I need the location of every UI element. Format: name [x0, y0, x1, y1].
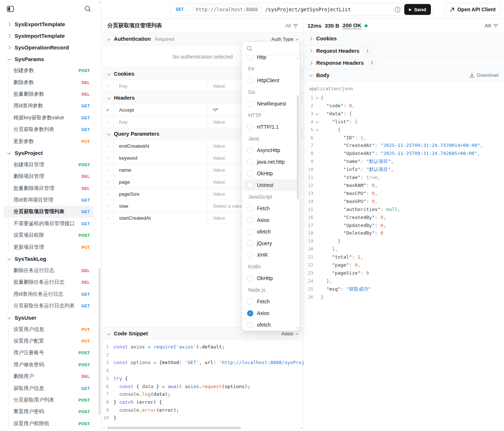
auth-type-select[interactable]: Auth Type [271, 36, 298, 42]
language-option-HTTP/1.1[interactable]: HTTP/1.1 [242, 121, 299, 133]
sidebar-item-根据key获取参数value[interactable]: 根据key获取参数valueGET [0, 112, 101, 124]
sidebar-scrollbar[interactable] [99, 268, 100, 415]
language-option-Fetch[interactable]: Fetch [242, 296, 299, 307]
dropdown-scroll-up-arrow[interactable]: ▴ [297, 56, 298, 60]
language-option-OkHttp[interactable]: OkHttp [242, 168, 299, 179]
sidebar-group-SysTaskLog[interactable]: SysTaskLog [0, 253, 101, 265]
sidebar-item-用户修改密码[interactable]: 用户修改密码POST [0, 359, 101, 371]
row-checkbox[interactable]: ✓ [102, 116, 114, 128]
row-checkbox[interactable]: ✓ [102, 104, 114, 116]
dropdown-scroll-down-arrow[interactable]: ▾ [297, 326, 298, 330]
response-body-json[interactable]: 1{2 "code": 0,3 "data": {4 "list": [5 {6… [304, 94, 504, 301]
key-cell[interactable]: startCreatedAt [114, 212, 208, 224]
code-language-select[interactable]: Axios [281, 331, 298, 336]
language-option-AsyncHttp[interactable]: AsyncHttp [242, 144, 299, 156]
sidebar-item-更新参数[interactable]: 更新参数PUT [0, 135, 101, 147]
key-cell[interactable]: pageSize [114, 188, 208, 200]
sidebar-group-SysImportTemplate[interactable]: SysImportTemplate [0, 30, 101, 41]
fold-toggle[interactable] [313, 94, 321, 102]
sidebar-item-更新项目管理[interactable]: 更新项目管理PUT [0, 241, 101, 253]
language-option-NewRequest[interactable]: NewRequest [242, 98, 299, 109]
dropdown-scrollbar[interactable] [297, 95, 299, 199]
language-option-java.net.http[interactable]: java.net.http [242, 156, 299, 168]
scroll-right-arrow[interactable]: ▸ [299, 426, 302, 430]
sidebar-group-SysExportTemplate[interactable]: SysExportTemplate [0, 18, 101, 30]
sidebar-scroll-up-arrow[interactable]: ▴ [99, 0, 100, 4]
row-checkbox[interactable]: ✓ [102, 176, 114, 188]
language-option-ofetch[interactable]: ofetch [242, 319, 299, 331]
sidebar-item-设置用户权限组[interactable]: 设置用户权限组POST [0, 418, 101, 430]
sidebar-item-分页获取项目管理列表[interactable]: 分页获取项目管理列表GET [4, 206, 94, 218]
language-option-Unirest[interactable]: Unirest [244, 179, 298, 191]
fold-toggle[interactable] [313, 118, 321, 126]
key-cell[interactable]: Key [114, 80, 208, 92]
key-cell[interactable]: stae [114, 200, 208, 212]
sidebar-item-设置用户配置[interactable]: 设置用户配置PUT [0, 335, 101, 347]
scroll-left-arrow[interactable]: ◂ [103, 426, 106, 430]
download-button[interactable]: Download [469, 72, 499, 78]
language-option-Axios[interactable]: ✓Axios [242, 307, 299, 319]
sidebar-item-分页获取任务运行日志列表[interactable]: 分页获取任务运行日志列表GET [0, 300, 101, 312]
row-checkbox[interactable]: ✓ [102, 164, 114, 176]
key-cell[interactable]: name [114, 164, 208, 176]
sidebar-item-分页获取参数列表[interactable]: 分页获取参数列表GET [0, 124, 101, 135]
sidebar-item-删除项目管理[interactable]: 删除项目管理DEL [0, 171, 101, 182]
sidebar-item-分页获取用户列表[interactable]: 分页获取用户列表POST [0, 394, 101, 406]
language-option-XHR[interactable]: XHR [242, 249, 299, 261]
key-cell[interactable]: Key [114, 116, 208, 128]
language-option-Http[interactable]: Http [242, 55, 299, 63]
sidebar-group-SysProject[interactable]: SysProject [0, 147, 101, 159]
key-cell[interactable]: keyword [114, 152, 208, 164]
sidebar-item-用id查询参数[interactable]: 用id查询参数GET [0, 100, 101, 112]
sidebar-item-创建参数[interactable]: 创建参数POST [0, 65, 101, 76]
search-icon[interactable] [84, 5, 91, 13]
sidebar-group-SysParams[interactable]: SysParams [0, 53, 101, 65]
language-option-Axios[interactable]: Axios [242, 214, 299, 226]
sidebar-item-批量删除项目管理[interactable]: 批量删除项目管理DEL [0, 183, 101, 194]
sidebar-item-设置项目权限[interactable]: 设置项目权限POST [0, 230, 101, 241]
sidebar-item-批量删除参数[interactable]: 批量删除参数DEL [0, 88, 101, 100]
horizontal-scrollbar[interactable]: ◂ ▸ [103, 426, 302, 430]
row-checkbox[interactable]: ✓ [102, 152, 114, 164]
sidebar-item-设置用户信息[interactable]: 设置用户信息PUT [0, 323, 101, 335]
history-icon[interactable] [394, 7, 401, 13]
response-section-request-headers[interactable]: Request Headers1 [304, 45, 504, 57]
dropdown-search-input[interactable] [242, 42, 299, 55]
language-option-ofetch[interactable]: ofetch [242, 226, 299, 238]
scrollbar-thumb[interactable] [107, 427, 241, 429]
sidebar-item-用id查询项目管理[interactable]: 用id查询项目管理GET [0, 194, 101, 206]
sidebar-toggle-icon[interactable] [7, 6, 14, 13]
key-cell[interactable]: Accept [114, 104, 208, 116]
request-filter-button[interactable]: All [285, 23, 298, 28]
sidebar-group-SysOperationRecord[interactable]: SysOperationRecord [0, 41, 101, 53]
response-status[interactable]: 200 OK [342, 22, 361, 29]
language-option-HttpClient[interactable]: HttpClient [242, 75, 299, 86]
key-cell[interactable]: page [114, 176, 208, 188]
row-checkbox[interactable]: ✓ [102, 212, 114, 224]
base-url-input[interactable]: http://localhost:8888 [192, 5, 262, 14]
response-filter-button[interactable]: All [485, 23, 498, 28]
sidebar-item-用id查询任务运行日志[interactable]: 用id查询任务运行日志GET [0, 288, 101, 300]
code-snippet-editor[interactable]: 1const axios = require('axios').default;… [102, 340, 303, 422]
fold-toggle[interactable] [313, 126, 321, 134]
sidebar-item-用户注册账号[interactable]: 用户注册账号POST [0, 347, 101, 359]
row-checkbox[interactable]: ✓ [102, 200, 114, 212]
response-section-response-headers[interactable]: Response Headers3 [304, 57, 504, 69]
sidebar-item-删除任务运行日志[interactable]: 删除任务运行日志DEL [0, 265, 101, 276]
row-checkbox[interactable]: ✓ [102, 188, 114, 200]
language-option-OkHttp[interactable]: OkHttp [242, 272, 299, 284]
fold-toggle[interactable] [313, 110, 321, 118]
sidebar-item-删除用户[interactable]: 删除用户DEL [0, 371, 101, 382]
body-section-header[interactable]: Body Download [304, 69, 504, 82]
key-cell[interactable]: endCreatedAt [114, 140, 208, 152]
scrollbar-track[interactable] [106, 427, 299, 429]
sidebar-group-SysUser[interactable]: SysUser [0, 312, 101, 323]
sidebar-item-批量删除任务运行日志[interactable]: 批量删除任务运行日志DEL [0, 276, 101, 288]
sidebar-item-删除参数[interactable]: 删除参数DEL [0, 76, 101, 88]
send-button[interactable]: ▶ Send [404, 4, 431, 15]
response-section-cookies[interactable]: Cookies [304, 33, 504, 45]
sidebar-item-不需要鉴权的项目管理接口[interactable]: 不需要鉴权的项目管理接口GET [0, 218, 101, 230]
row-checkbox[interactable]: ✓ [102, 80, 114, 92]
language-option-jQuery[interactable]: jQuery [242, 238, 299, 249]
language-option-Fetch[interactable]: Fetch [242, 203, 299, 214]
